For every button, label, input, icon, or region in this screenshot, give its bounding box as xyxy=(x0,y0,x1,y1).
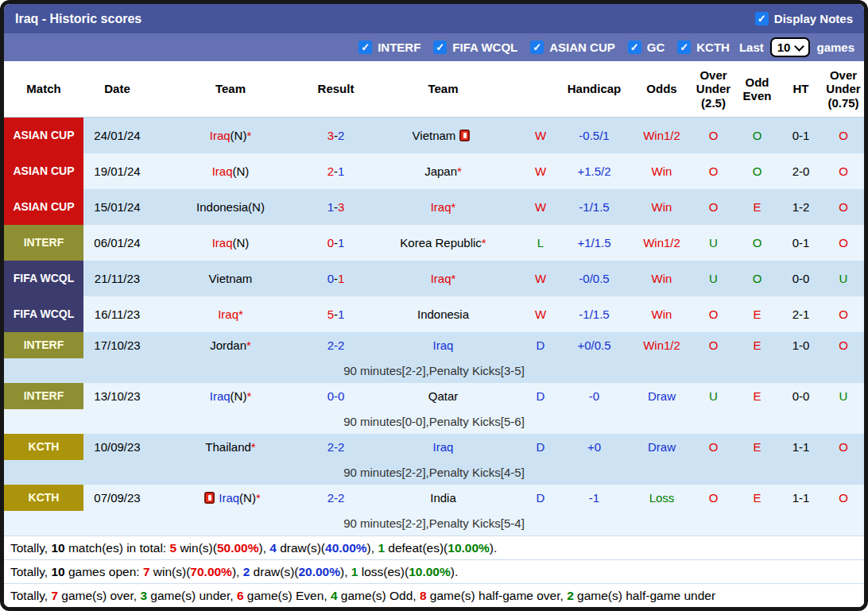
summary-segment: 10 xyxy=(51,565,64,579)
handicap-cell: -1/1.5 xyxy=(556,189,632,225)
page-title: Iraq - Historic scores xyxy=(15,12,141,26)
over-under-075-cell: O xyxy=(823,189,864,225)
text-part: (N) xyxy=(231,389,247,403)
score-cell: 0-0 xyxy=(310,383,362,409)
text-part: Indonesia xyxy=(417,307,469,321)
odds-cell: Win1/2 xyxy=(632,118,692,153)
checkbox-icon[interactable]: ✓ xyxy=(433,41,447,54)
filter-kcth[interactable]: ✓KCTH xyxy=(677,41,730,54)
competition-badge: INTERF xyxy=(4,332,83,358)
summary-segment: 3 xyxy=(140,589,147,603)
text-part: Qatar xyxy=(428,389,459,403)
summary-segment: 2 xyxy=(243,565,250,579)
result-cell: D xyxy=(525,332,556,358)
summary-segment: 5 xyxy=(169,541,176,555)
score-cell: 0-1 xyxy=(310,225,362,261)
display-notes-toggle[interactable]: ✓ Display Notes xyxy=(755,12,853,25)
text-part: Iraq* xyxy=(431,272,456,285)
result-cell: D xyxy=(525,383,556,409)
filter-group: ✓INTERF✓FIFA WCQL✓ASIAN CUP✓GC✓KCTH xyxy=(358,41,730,54)
text-part: * xyxy=(457,164,462,178)
ht-cell: 0-1 xyxy=(779,225,823,261)
away-team-cell: Iraq xyxy=(362,434,525,460)
summary-segment: win(s)( xyxy=(176,541,217,555)
text-part: (N) xyxy=(239,491,256,505)
summary-line: Totally, 7 game(s) over, 3 game(s) under… xyxy=(4,583,864,607)
over-under-25-cell: U xyxy=(692,261,735,296)
text-part: (N) xyxy=(231,129,247,142)
display-notes-checkbox-icon[interactable]: ✓ xyxy=(755,12,769,25)
odd-even-cell: E xyxy=(735,383,779,409)
summary-segment: 7 xyxy=(143,565,150,579)
handicap-cell: -0.5/1 xyxy=(556,118,632,153)
text-part: 2 xyxy=(327,164,334,178)
games-label: games xyxy=(816,41,854,54)
away-team-cell: Vietnam xyxy=(362,118,525,153)
filter-gc[interactable]: ✓GC xyxy=(628,41,665,54)
odds-cell: Win1/2 xyxy=(632,332,692,358)
over-under-075-cell: O xyxy=(823,296,864,332)
score-cell: 2-2 xyxy=(310,485,362,511)
competition-badge: FIFA WCQL xyxy=(4,296,83,332)
odd-even-cell: O xyxy=(735,261,779,296)
filter-asian-cup[interactable]: ✓ASIAN CUP xyxy=(530,41,615,54)
red-card-icon xyxy=(204,492,215,504)
odd-even-cell: O xyxy=(735,118,779,153)
chevron-down-icon xyxy=(795,41,805,52)
checkbox-icon[interactable]: ✓ xyxy=(677,41,691,54)
odd-even-cell: E xyxy=(735,332,779,358)
checkbox-icon[interactable]: ✓ xyxy=(628,41,641,54)
result-cell: D xyxy=(525,485,556,511)
odds-cell: Win xyxy=(632,296,692,332)
text-part: Japan xyxy=(424,164,457,178)
checkbox-icon[interactable]: ✓ xyxy=(358,41,372,54)
summary-segment: ), xyxy=(367,541,378,555)
date-cell: 13/10/23 xyxy=(83,383,151,409)
summary-segment: Totally, xyxy=(10,541,51,555)
away-team-cell: Iraq* xyxy=(362,261,525,296)
score-cell: 2-2 xyxy=(310,332,362,358)
summary-segment: loss(es)( xyxy=(358,565,409,579)
text-part: * xyxy=(251,440,256,454)
ht-cell: 2-0 xyxy=(779,153,823,189)
text-part: Iraq xyxy=(433,440,454,454)
red-card-icon xyxy=(459,130,470,141)
text-part: 3 xyxy=(327,129,334,142)
text-part: 1 xyxy=(327,200,334,214)
ht-cell: 1-1 xyxy=(779,434,823,460)
column-header-match: Match xyxy=(4,61,83,117)
table-row: ASIAN CUP15/01/24Indonesia(N)1-3Iraq*W-1… xyxy=(4,189,864,225)
match-cell: INTERF xyxy=(4,225,83,261)
summary-line: Totally, 10 games open: 7 win(s)(70.00%)… xyxy=(4,559,864,583)
table-row: INTERF06/01/24Iraq(N)0-1Korea Republic*L… xyxy=(4,225,864,261)
summary-segment: 4 xyxy=(331,589,338,603)
checkbox-icon[interactable]: ✓ xyxy=(530,41,544,54)
summary-segment: 2 xyxy=(567,589,574,603)
odds-cell: Win xyxy=(632,261,692,296)
summary-segment: ). xyxy=(490,541,497,555)
competition-badge: INTERF xyxy=(4,383,83,409)
text-part: 1 xyxy=(338,236,344,249)
odd-even-cell: O xyxy=(735,153,779,189)
match-cell: FIFA WCQL xyxy=(4,296,83,332)
text-part: (N) xyxy=(233,164,250,178)
odd-even-cell: E xyxy=(735,485,779,511)
filter-interf[interactable]: ✓INTERF xyxy=(358,41,420,54)
text-part: Iraq* xyxy=(218,307,243,321)
date-cell: 10/09/23 xyxy=(83,434,151,460)
note-row: 90 minutes[0-0],Penalty Kicks[5-6] xyxy=(4,409,864,434)
handicap-cell: +0 xyxy=(556,434,632,460)
over-under-25-cell: O xyxy=(692,296,735,332)
games-count-select[interactable]: 10 xyxy=(770,37,811,57)
text-part: 1 xyxy=(338,307,344,321)
summary-segment: ), xyxy=(340,565,351,579)
filter-fifa-wcql[interactable]: ✓FIFA WCQL xyxy=(433,41,517,54)
date-cell: 06/01/24 xyxy=(83,225,151,261)
table-row: KCTH10/09/23Thailand*2-2IraqD+0DrawOE1-1… xyxy=(4,434,864,460)
handicap-cell: -0/0.5 xyxy=(556,261,632,296)
over-under-25-cell: U xyxy=(692,383,735,409)
table-row: ASIAN CUP19/01/24Iraq(N)2-1Japan*W+1.5/2… xyxy=(4,153,864,189)
match-cell: KCTH xyxy=(4,434,83,460)
text-part: Korea Republic xyxy=(400,236,482,249)
text-part: 2-2 xyxy=(327,440,345,454)
